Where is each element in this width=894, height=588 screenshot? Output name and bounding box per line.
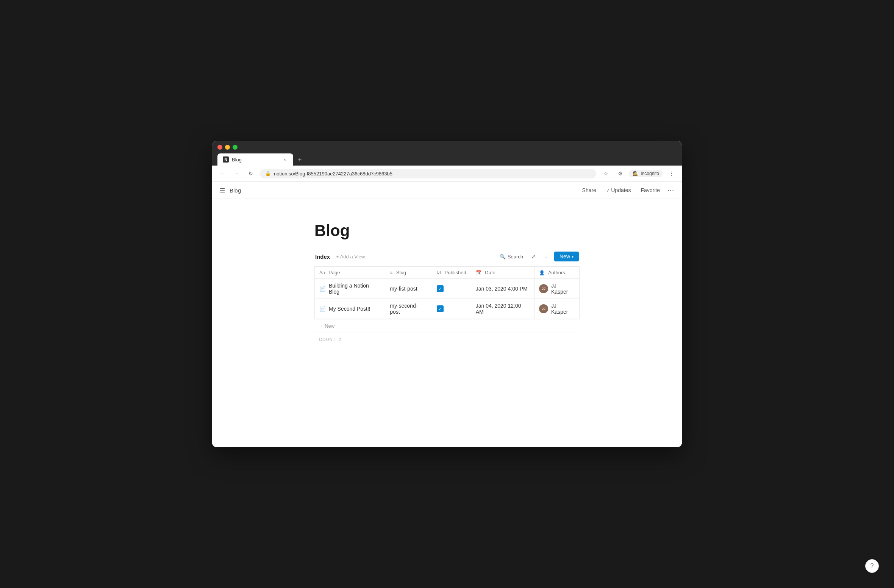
row2-author-content: JJ JJ Kasper [539,303,575,315]
count-value: 2 [339,337,341,342]
incognito-icon: 🕵 [633,171,638,176]
col-slug-label: Slug [396,270,406,275]
bookmark-button[interactable]: ☆ [600,168,611,179]
new-entry-button[interactable]: New ▾ [554,252,579,261]
col-published-label: Published [445,270,466,275]
notion-page-body: Blog Index + Add a View 🔍 Search ⤢ [277,199,617,369]
table-body: 📄 Building a Notion Blog my-fist-post ✓ [315,279,580,319]
row1-checkbox-checked: ✓ [437,285,444,292]
tab-bar: N Blog × + [217,153,677,166]
search-button[interactable]: 🔍 Search [497,252,526,261]
row1-checkbox: ✓ [437,285,466,292]
row2-page-title: My Second Post!! [329,306,370,312]
table-header: Aa Page ≡ Slug ☑ Published [315,267,580,279]
sidebar-toggle-icon[interactable]: ☰ [220,187,225,194]
col-slug[interactable]: ≡ Slug [385,267,432,279]
notion-topbar-right: Share Updates Favorite ··· [580,186,674,195]
traffic-lights [217,145,677,150]
browser-chrome: N Blog × + [212,141,682,166]
col-date-icon: 📅 [476,270,481,275]
col-authors-label: Authors [548,270,565,275]
browser-toolbar-actions: ☆ ⚙ 🕵 Incognito ⋮ [600,168,677,179]
row2-slug-cell[interactable]: my-second-post [385,299,432,319]
add-new-row-button[interactable]: + New [319,322,575,330]
browser-more-button[interactable]: ⋮ [666,168,677,179]
col-slug-icon: ≡ [390,270,392,275]
row2-date-cell[interactable]: Jan 04, 2020 12:00 AM [471,299,534,319]
row1-page-content: 📄 Building a Notion Blog [319,283,380,295]
new-label: New [560,253,570,260]
favorite-button[interactable]: Favorite [638,186,662,195]
count-row: COUNT 2 [314,333,580,346]
row1-page-cell[interactable]: 📄 Building a Notion Blog [315,279,385,299]
minimize-window-button[interactable] [225,145,230,150]
col-authors[interactable]: 👤 Authors [535,267,580,279]
view-header: Index + Add a View 🔍 Search ⤢ ··· New ▾ [314,251,580,262]
col-page[interactable]: Aa Page [315,267,385,279]
col-page-icon: Aa [319,270,325,275]
row1-author-name: JJ Kasper [551,283,575,295]
maximize-window-button[interactable] [233,145,238,150]
database-table: Aa Page ≡ Slug ☑ Published [314,266,580,319]
page-title: Blog [314,222,580,240]
extensions-button[interactable]: ⚙ [614,168,626,179]
table-row: 📄 My Second Post!! my-second-post ✓ [315,299,580,319]
browser-tab[interactable]: N Blog × [217,153,293,166]
row2-slug-value: my-second-post [390,303,417,315]
count-label: COUNT [319,337,336,342]
row2-date-value: Jan 04, 2020 12:00 AM [476,303,521,315]
browser-window: N Blog × + ← → ↻ 🔒 notion.so/Blog-f85521… [212,141,682,447]
close-window-button[interactable] [217,145,222,150]
table-header-row: Aa Page ≡ Slug ☑ Published [315,267,580,279]
tab-close-button[interactable]: × [282,156,288,163]
search-icon: 🔍 [500,254,506,260]
row1-author-content: JJ JJ Kasper [539,283,575,295]
row1-page-title: Building a Notion Blog [329,283,380,295]
new-tab-button[interactable]: + [294,155,306,166]
add-view-button[interactable]: + Add a View [334,253,367,260]
row1-date-cell[interactable]: Jan 03, 2020 4:00 PM [471,279,534,299]
row1-slug-cell[interactable]: my-fist-post [385,279,432,299]
row1-published-cell[interactable]: ✓ [432,279,471,299]
col-page-label: Page [328,270,340,275]
row2-author-cell[interactable]: JJ JJ Kasper [535,299,580,319]
incognito-badge: 🕵 Incognito [629,170,663,177]
col-published[interactable]: ☑ Published [432,267,471,279]
row1-slug-value: my-fist-post [390,286,417,292]
row1-author-cell[interactable]: JJ JJ Kasper [535,279,580,299]
address-bar: ← → ↻ 🔒 notion.so/Blog-f8552190ae274227a… [212,166,682,182]
database-view: Index + Add a View 🔍 Search ⤢ ··· New ▾ [314,251,580,346]
search-label: Search [508,254,523,260]
page-more-button[interactable]: ··· [667,186,674,194]
view-name[interactable]: Index [315,253,330,260]
url-text: notion.so/Blog-f8552190ae274227a36c68dd7… [274,171,591,177]
row2-page-icon: 📄 [319,306,326,312]
col-authors-icon: 👤 [539,270,545,275]
updates-button[interactable]: Updates [604,186,633,195]
help-button[interactable]: ? [865,559,879,573]
row2-author-name: JJ Kasper [551,303,575,315]
topbar-page-title: Blog [230,187,241,194]
page-content: ☰ Blog Share Updates Favorite ··· Blog I… [212,182,682,447]
url-bar[interactable]: 🔒 notion.so/Blog-f8552190ae274227a36c68d… [260,169,596,178]
row1-author-avatar: JJ [539,284,548,293]
row2-author-avatar: JJ [539,304,548,313]
table-row: 📄 Building a Notion Blog my-fist-post ✓ [315,279,580,299]
row2-published-cell[interactable]: ✓ [432,299,471,319]
incognito-label: Incognito [641,171,659,176]
share-button[interactable]: Share [580,186,599,195]
expand-view-button[interactable]: ⤢ [528,251,539,262]
view-more-button[interactable]: ··· [541,251,552,262]
back-button[interactable]: ← [217,168,227,179]
tab-title: Blog [232,157,279,163]
forward-button[interactable]: → [231,168,242,179]
row2-page-cell[interactable]: 📄 My Second Post!! [315,299,385,319]
row1-date-value: Jan 03, 2020 4:00 PM [476,286,528,292]
row1-page-icon: 📄 [319,286,326,292]
row2-page-content: 📄 My Second Post!! [319,306,380,312]
col-date[interactable]: 📅 Date [471,267,534,279]
reload-button[interactable]: ↻ [245,168,256,179]
row2-checkbox: ✓ [437,305,466,312]
add-row-section: + New [314,319,580,333]
view-header-right: 🔍 Search ⤢ ··· New ▾ [497,251,579,262]
